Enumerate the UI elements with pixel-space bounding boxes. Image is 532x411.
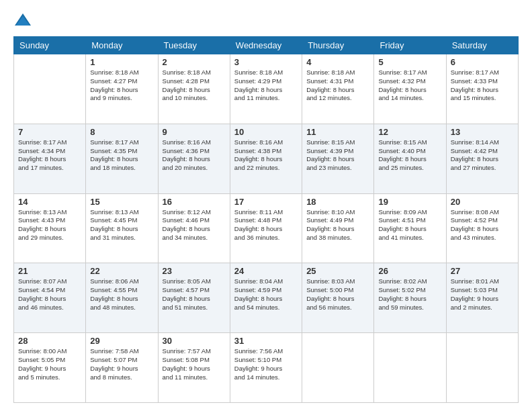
calendar-cell: 30Sunrise: 7:57 AM Sunset: 5:08 PM Dayli…: [158, 333, 230, 403]
day-info: Sunrise: 7:56 AM Sunset: 5:10 PM Dayligh…: [234, 347, 298, 381]
day-number: 27: [451, 266, 514, 276]
day-number: 2: [163, 57, 226, 67]
day-info: Sunrise: 8:18 AM Sunset: 4:29 PM Dayligh…: [234, 68, 298, 103]
day-info: Sunrise: 8:13 AM Sunset: 4:45 PM Dayligh…: [90, 208, 153, 242]
day-number: 10: [234, 127, 298, 137]
day-number: 7: [18, 127, 81, 137]
day-info: Sunrise: 8:08 AM Sunset: 4:52 PM Dayligh…: [451, 208, 514, 242]
calendar-week-row: 1Sunrise: 8:18 AM Sunset: 4:27 PM Daylig…: [14, 54, 519, 124]
calendar-cell: 9Sunrise: 8:16 AM Sunset: 4:36 PM Daylig…: [158, 124, 230, 193]
calendar-cell: 13Sunrise: 8:14 AM Sunset: 4:42 PM Dayli…: [446, 124, 518, 193]
calendar-week-row: 28Sunrise: 8:00 AM Sunset: 5:05 PM Dayli…: [14, 333, 519, 403]
day-info: Sunrise: 8:17 AM Sunset: 4:32 PM Dayligh…: [378, 68, 441, 103]
day-info: Sunrise: 8:13 AM Sunset: 4:43 PM Dayligh…: [18, 208, 81, 242]
day-info: Sunrise: 7:58 AM Sunset: 5:07 PM Dayligh…: [90, 347, 153, 381]
calendar-cell: 8Sunrise: 8:17 AM Sunset: 4:35 PM Daylig…: [86, 124, 158, 193]
day-info: Sunrise: 8:06 AM Sunset: 4:55 PM Dayligh…: [90, 277, 153, 312]
calendar-cell: 6Sunrise: 8:17 AM Sunset: 4:33 PM Daylig…: [446, 54, 518, 124]
day-number: 26: [378, 266, 441, 276]
logo: [13, 11, 35, 30]
calendar-cell: 29Sunrise: 7:58 AM Sunset: 5:07 PM Dayli…: [86, 333, 158, 403]
calendar-cell: 28Sunrise: 8:00 AM Sunset: 5:05 PM Dayli…: [14, 333, 86, 403]
weekday-header-sunday: Sunday: [14, 37, 86, 54]
day-number: 20: [451, 197, 514, 207]
day-number: 9: [163, 127, 226, 137]
calendar-cell: 14Sunrise: 8:13 AM Sunset: 4:43 PM Dayli…: [14, 193, 86, 263]
day-number: 23: [163, 266, 226, 276]
calendar-cell: 15Sunrise: 8:13 AM Sunset: 4:45 PM Dayli…: [86, 193, 158, 263]
day-number: 15: [90, 197, 153, 207]
day-number: 29: [90, 336, 153, 346]
calendar-cell: [14, 54, 86, 124]
calendar-cell: 23Sunrise: 8:05 AM Sunset: 4:57 PM Dayli…: [158, 263, 230, 333]
day-number: 3: [234, 57, 298, 67]
logo-icon: [13, 11, 32, 30]
day-info: Sunrise: 8:15 AM Sunset: 4:40 PM Dayligh…: [378, 138, 441, 173]
calendar-cell: 22Sunrise: 8:06 AM Sunset: 4:55 PM Dayli…: [86, 263, 158, 333]
day-info: Sunrise: 8:14 AM Sunset: 4:42 PM Dayligh…: [451, 138, 514, 173]
day-number: 16: [163, 197, 226, 207]
day-number: 30: [163, 336, 226, 346]
weekday-header-monday: Monday: [86, 37, 158, 54]
day-info: Sunrise: 8:18 AM Sunset: 4:27 PM Dayligh…: [90, 68, 153, 103]
day-number: 31: [234, 336, 298, 346]
day-number: 4: [306, 57, 369, 67]
day-info: Sunrise: 7:57 AM Sunset: 5:08 PM Dayligh…: [163, 347, 226, 381]
calendar-cell: 5Sunrise: 8:17 AM Sunset: 4:32 PM Daylig…: [374, 54, 446, 124]
calendar-cell: 4Sunrise: 8:18 AM Sunset: 4:31 PM Daylig…: [302, 54, 374, 124]
page: SundayMondayTuesdayWednesdayThursdayFrid…: [0, 0, 532, 411]
day-info: Sunrise: 8:15 AM Sunset: 4:39 PM Dayligh…: [306, 138, 369, 173]
calendar-cell: 16Sunrise: 8:12 AM Sunset: 4:46 PM Dayli…: [158, 193, 230, 263]
calendar-week-row: 14Sunrise: 8:13 AM Sunset: 4:43 PM Dayli…: [14, 193, 519, 263]
calendar-week-row: 21Sunrise: 8:07 AM Sunset: 4:54 PM Dayli…: [14, 263, 519, 333]
day-info: Sunrise: 8:17 AM Sunset: 4:33 PM Dayligh…: [451, 68, 514, 103]
day-info: Sunrise: 8:17 AM Sunset: 4:35 PM Dayligh…: [90, 138, 153, 173]
calendar-cell: 17Sunrise: 8:11 AM Sunset: 4:48 PM Dayli…: [230, 193, 302, 263]
calendar-cell: 19Sunrise: 8:09 AM Sunset: 4:51 PM Dayli…: [374, 193, 446, 263]
weekday-header-thursday: Thursday: [302, 37, 374, 54]
day-number: 1: [90, 57, 153, 67]
weekday-header-tuesday: Tuesday: [158, 37, 230, 54]
calendar-cell: 26Sunrise: 8:02 AM Sunset: 5:02 PM Dayli…: [374, 263, 446, 333]
day-number: 13: [451, 127, 514, 137]
calendar-cell: 7Sunrise: 8:17 AM Sunset: 4:34 PM Daylig…: [14, 124, 86, 193]
calendar-cell: 12Sunrise: 8:15 AM Sunset: 4:40 PM Dayli…: [374, 124, 446, 193]
day-info: Sunrise: 8:11 AM Sunset: 4:48 PM Dayligh…: [234, 208, 298, 242]
day-number: 25: [306, 266, 369, 276]
calendar-cell: 20Sunrise: 8:08 AM Sunset: 4:52 PM Dayli…: [446, 193, 518, 263]
calendar-cell: 10Sunrise: 8:16 AM Sunset: 4:38 PM Dayli…: [230, 124, 302, 193]
day-info: Sunrise: 8:16 AM Sunset: 4:36 PM Dayligh…: [163, 138, 226, 173]
weekday-header-saturday: Saturday: [446, 37, 518, 54]
calendar-cell: [374, 333, 446, 403]
calendar-cell: [446, 333, 518, 403]
calendar-cell: 1Sunrise: 8:18 AM Sunset: 4:27 PM Daylig…: [86, 54, 158, 124]
day-number: 5: [378, 57, 441, 67]
day-info: Sunrise: 8:16 AM Sunset: 4:38 PM Dayligh…: [234, 138, 298, 173]
calendar-cell: 2Sunrise: 8:18 AM Sunset: 4:28 PM Daylig…: [158, 54, 230, 124]
day-info: Sunrise: 8:09 AM Sunset: 4:51 PM Dayligh…: [378, 208, 441, 242]
day-info: Sunrise: 8:18 AM Sunset: 4:31 PM Dayligh…: [306, 68, 369, 103]
day-number: 12: [378, 127, 441, 137]
calendar-cell: 11Sunrise: 8:15 AM Sunset: 4:39 PM Dayli…: [302, 124, 374, 193]
calendar-cell: 31Sunrise: 7:56 AM Sunset: 5:10 PM Dayli…: [230, 333, 302, 403]
day-number: 6: [451, 57, 514, 67]
weekday-header-friday: Friday: [374, 37, 446, 54]
day-number: 19: [378, 197, 441, 207]
day-number: 21: [18, 266, 81, 276]
calendar-cell: [302, 333, 374, 403]
day-info: Sunrise: 8:05 AM Sunset: 4:57 PM Dayligh…: [163, 277, 226, 312]
calendar-cell: 18Sunrise: 8:10 AM Sunset: 4:49 PM Dayli…: [302, 193, 374, 263]
calendar-cell: 21Sunrise: 8:07 AM Sunset: 4:54 PM Dayli…: [14, 263, 86, 333]
day-info: Sunrise: 8:02 AM Sunset: 5:02 PM Dayligh…: [378, 277, 441, 312]
weekday-header-row: SundayMondayTuesdayWednesdayThursdayFrid…: [14, 37, 519, 54]
calendar-cell: 3Sunrise: 8:18 AM Sunset: 4:29 PM Daylig…: [230, 54, 302, 124]
header: [13, 11, 519, 30]
calendar-cell: 27Sunrise: 8:01 AM Sunset: 5:03 PM Dayli…: [446, 263, 518, 333]
weekday-header-wednesday: Wednesday: [230, 37, 302, 54]
day-number: 28: [18, 336, 81, 346]
day-info: Sunrise: 8:01 AM Sunset: 5:03 PM Dayligh…: [451, 277, 514, 312]
day-info: Sunrise: 8:00 AM Sunset: 5:05 PM Dayligh…: [18, 347, 81, 381]
day-number: 17: [234, 197, 298, 207]
calendar-cell: 25Sunrise: 8:03 AM Sunset: 5:00 PM Dayli…: [302, 263, 374, 333]
day-info: Sunrise: 8:10 AM Sunset: 4:49 PM Dayligh…: [306, 208, 369, 242]
